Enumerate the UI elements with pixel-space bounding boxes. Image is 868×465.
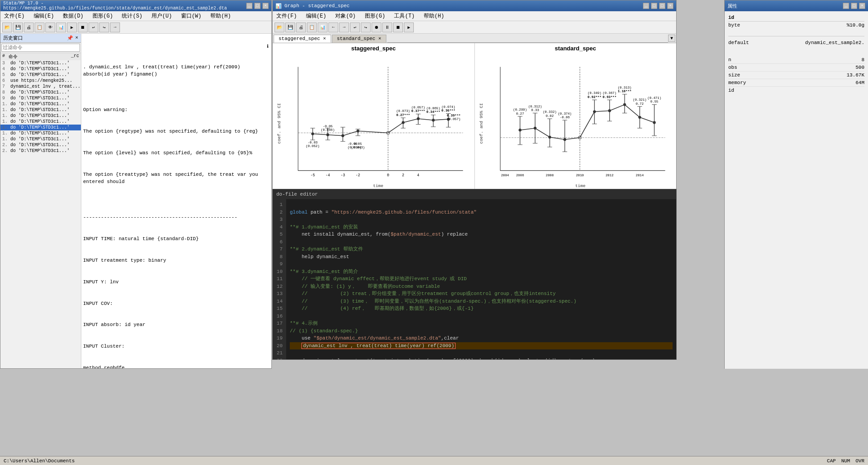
code-line-12: // (2) treat，即分组变量，用于区分treatment group或c… [290,291,556,296]
history-item[interactable]: 1.do 'D:\TEMP\STD3c1...' [0,113,81,119]
graph-menu-graph[interactable]: 图形(G) [363,12,387,20]
history-item[interactable]: 9do 'D:\TEMP\STD3c1...' [0,95,81,101]
code-line-16: **# 4.示例 [290,321,318,326]
graph-tb-copy[interactable]: 📋 [307,22,317,32]
tb-print-button[interactable]: 🖨 [24,22,34,32]
graph-tb-stop[interactable]: ⏹ [393,22,403,32]
history-search-input[interactable] [1,44,80,52]
editor-code-content[interactable]: global path = "https://mengke25.github.i… [286,199,676,359]
svg-text:0.27: 0.27 [516,112,524,116]
menu-edit[interactable]: 编辑(E) [32,12,56,20]
graph-restore-button[interactable]: □ [651,3,657,9]
graph-tb-play[interactable]: ▶ [404,22,414,32]
tb-forward-button[interactable]: → [110,22,120,32]
history-item[interactable]: 1.do 'D:\TEMP\STD3c1...' [0,101,81,107]
staggered-spec-graph: staggered_spec coef. and 95% CI time [273,43,475,200]
history-panel-title: 历史窗口 [3,35,23,41]
graph-tb-pause[interactable]: ⏸ [382,22,392,32]
stata-output-panel[interactable]: . dynamic_est lnv , treat(treat) time(ye… [81,34,271,368]
menu-help[interactable]: 帮助(H) [208,12,233,20]
graph-menu-help[interactable]: 帮助(H) [422,12,446,20]
graph-tb-save[interactable]: 💾 [285,22,295,32]
svg-text:2008: 2008 [545,174,554,177]
history-close-icon[interactable]: × [75,35,78,41]
history-pin-icon[interactable]: 📌 [67,35,73,41]
graph-menu-tools[interactable]: 工具(T) [392,12,416,20]
svg-text:coef. and 95% CI: coef. and 95% CI [478,103,483,143]
tab-standard-spec[interactable]: standard_spec × [332,35,386,43]
tb-redo-button[interactable]: ↪ [99,22,109,32]
history-item[interactable]: 2.do 'D:\TEMP\STD3c1...' [0,142,81,148]
tb-open-button[interactable]: 📂 [2,22,12,32]
menu-graph[interactable]: 图形(G) [91,12,115,20]
props-minimize-button[interactable]: _ [843,3,849,9]
stata-maximize-button[interactable]: □ [254,3,261,9]
history-item[interactable]: 2.do 'D:\TEMP\STD3c1...' [0,148,81,154]
code-line-17: // (1) {standard-spec.} [290,328,358,334]
history-item[interactable]: 5do 'D:\TEMP\STD3c1...' [0,72,81,78]
history-panel: 历史窗口 📌 × ℹ # 命令 _rc 3do 'D:\TEMP\STD3c1.… [0,34,81,368]
svg-text:0.05: 0.05 [354,142,362,146]
svg-text:2012: 2012 [605,174,613,177]
svg-point-122 [653,121,655,124]
graph-menu-file[interactable]: 文件(F) [275,12,299,20]
menu-window[interactable]: 窗口(W) [179,12,204,20]
history-item[interactable]: 8do 'D:\TEMP\STD3c1...' [0,89,81,95]
code-line-3: **# 1.dynamic_est 的安装 [290,224,358,230]
history-item[interactable]: 4do 'D:\TEMP\STD3c1...' [0,66,81,72]
history-column-header: # 命令 _rc [0,53,81,60]
tab-standard-close[interactable]: × [378,36,381,41]
graph-minimize-button[interactable]: _ [643,3,649,9]
graph-tb-arrow-l[interactable]: ← [328,22,338,32]
editor-content[interactable]: 1234567891011121314151617181920212223242… [273,199,676,359]
history-item[interactable]: 1.do 'D:\TEMP\STD3c1...' [0,107,81,113]
staggered-spec-title: staggered_spec [275,45,473,52]
menu-user[interactable]: 用户(U) [150,12,174,20]
tab-staggered-close[interactable]: × [323,36,326,41]
graph-menu-obj[interactable]: 对象(O) [333,12,358,20]
tb-undo-button[interactable]: ↩ [89,22,98,32]
props-close-button[interactable]: × [859,3,865,9]
props-size-row: size13.67K [728,72,864,79]
history-item[interactable]: 1.do 'D:\TEMP\STD3c1...' [0,136,81,142]
graph-tb-undo[interactable]: ↩ [350,22,360,32]
graph-maximize-button[interactable]: □ [659,3,665,9]
tb-break-button[interactable]: ⏹ [78,22,88,32]
history-item[interactable]: 1.do 'D:\TEMP\STD3c1...' [0,119,81,125]
graph-tb-chart[interactable]: 📊 [318,22,328,32]
history-item[interactable]: 6use https://mengke25... [0,78,81,84]
svg-text:2: 2 [402,173,404,178]
graph-tb-arrow-r[interactable]: → [339,22,349,32]
tb-save-button[interactable]: 💾 [13,22,23,32]
graph-tb-open[interactable]: 📂 [275,22,284,32]
history-item[interactable]: 1.do 'D:\TEMP\STD3c1...' [0,130,81,136]
history-item[interactable]: 3do 'D:\TEMP\STD3c1...' [0,60,81,66]
svg-text:(0.057): (0.057) [447,117,461,121]
editor-title: do-file editor [276,192,318,197]
graph-tb-print[interactable]: 🖨 [296,22,306,32]
graph-tb-redo[interactable]: ↪ [361,22,371,32]
history-list[interactable]: 3do 'D:\TEMP\STD3c1...' 4do 'D:\TEMP\STD… [0,60,81,368]
stata-minimize-button[interactable]: _ [246,3,252,9]
stata-main-window: Stata/MP 17.0 - https://mengke25.github.… [0,0,272,369]
props-title: 属性 [727,3,737,9]
graph-menu-edit[interactable]: 编辑(E) [304,12,328,20]
props-maximize-button[interactable]: □ [851,3,857,9]
history-item-selected[interactable]: 1.do 'D:\TEMP\STD3c1...' [0,125,81,130]
graph-close-button[interactable]: × [667,3,673,9]
tb-viewer-button[interactable]: 👁 [45,22,55,32]
graph-tb-record[interactable]: ⏺ [372,22,381,32]
svg-text:(0.057): (0.057) [411,106,425,109]
menu-data[interactable]: 数据(D) [61,12,85,20]
tb-do-button[interactable]: ▶ [67,22,77,32]
graph-window: 📊 Graph - staggered_spec _ □ □ × 文件(F) 编… [272,0,677,193]
tb-log-button[interactable]: 📋 [35,22,44,32]
history-item[interactable]: 7dynamic_est lnv , treat... [0,84,81,89]
tb-graph-button[interactable]: 📊 [56,22,66,32]
svg-text:(0.367): (0.367) [602,91,616,95]
menu-file[interactable]: 文件(E) [2,12,27,20]
menu-stats[interactable]: 统计(S) [120,12,144,20]
stata-close-button[interactable]: × [262,3,269,9]
tab-staggered-spec[interactable]: staggered_spec × [274,35,331,43]
tab-dropdown-button[interactable]: ▼ [668,35,675,42]
